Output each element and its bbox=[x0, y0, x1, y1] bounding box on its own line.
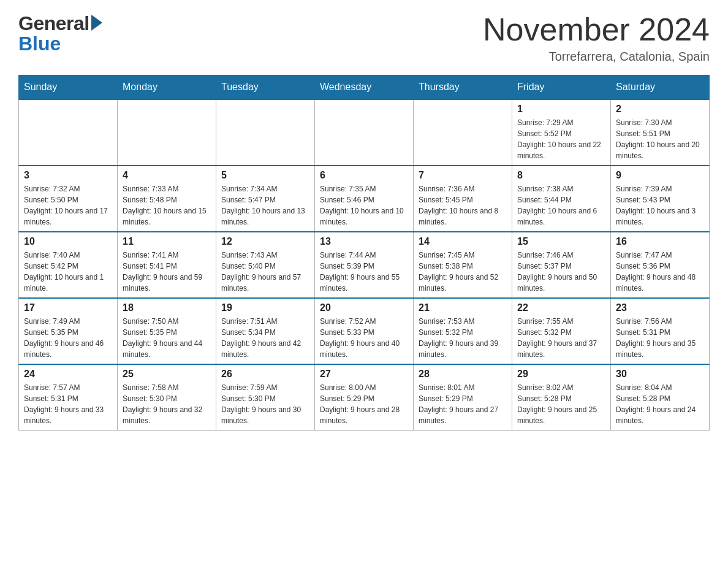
day-number: 9 bbox=[616, 170, 704, 181]
calendar-cell: 10Sunrise: 7:40 AMSunset: 5:42 PMDayligh… bbox=[19, 232, 118, 298]
day-info: Sunrise: 7:39 AMSunset: 5:43 PMDaylight:… bbox=[616, 183, 704, 228]
calendar-header-monday: Monday bbox=[118, 75, 216, 100]
calendar-cell: 6Sunrise: 7:35 AMSunset: 5:46 PMDaylight… bbox=[315, 166, 414, 232]
day-info: Sunrise: 7:58 AMSunset: 5:30 PMDaylight:… bbox=[123, 382, 211, 426]
day-number: 19 bbox=[221, 302, 309, 313]
calendar-cell: 27Sunrise: 8:00 AMSunset: 5:29 PMDayligh… bbox=[315, 364, 414, 431]
day-number: 25 bbox=[123, 369, 211, 380]
day-number: 23 bbox=[616, 302, 704, 313]
calendar-cell: 9Sunrise: 7:39 AMSunset: 5:43 PMDaylight… bbox=[611, 166, 710, 232]
calendar-cell bbox=[118, 99, 216, 166]
calendar-table: SundayMondayTuesdayWednesdayThursdayFrid… bbox=[18, 75, 710, 431]
day-number: 14 bbox=[419, 236, 507, 247]
day-number: 18 bbox=[123, 302, 211, 313]
day-info: Sunrise: 7:45 AMSunset: 5:38 PMDaylight:… bbox=[419, 250, 507, 294]
page-header: General Blue November 2024 Torrefarrera,… bbox=[18, 12, 710, 64]
calendar-cell: 4Sunrise: 7:33 AMSunset: 5:48 PMDaylight… bbox=[118, 166, 216, 232]
calendar-week-row: 1Sunrise: 7:29 AMSunset: 5:52 PMDaylight… bbox=[19, 99, 710, 166]
day-number: 21 bbox=[419, 302, 507, 313]
day-info: Sunrise: 7:30 AMSunset: 5:51 PMDaylight:… bbox=[616, 117, 704, 161]
day-number: 22 bbox=[517, 302, 605, 313]
day-info: Sunrise: 7:56 AMSunset: 5:31 PMDaylight:… bbox=[616, 316, 704, 360]
logo: General Blue bbox=[18, 12, 102, 55]
logo-blue-text: Blue bbox=[18, 33, 102, 55]
calendar-cell: 19Sunrise: 7:51 AMSunset: 5:34 PMDayligh… bbox=[216, 298, 315, 364]
calendar-cell: 17Sunrise: 7:49 AMSunset: 5:35 PMDayligh… bbox=[19, 298, 118, 364]
title-section: November 2024 Torrefarrera, Catalonia, S… bbox=[483, 12, 710, 64]
day-info: Sunrise: 7:44 AMSunset: 5:39 PMDaylight:… bbox=[320, 250, 408, 294]
calendar-cell: 18Sunrise: 7:50 AMSunset: 5:35 PMDayligh… bbox=[118, 298, 216, 364]
day-number: 1 bbox=[517, 104, 605, 115]
calendar-header-row: SundayMondayTuesdayWednesdayThursdayFrid… bbox=[19, 75, 710, 100]
calendar-cell: 7Sunrise: 7:36 AMSunset: 5:45 PMDaylight… bbox=[414, 166, 512, 232]
day-number: 12 bbox=[221, 236, 309, 247]
logo-arrow-icon bbox=[91, 15, 102, 31]
day-info: Sunrise: 7:46 AMSunset: 5:37 PMDaylight:… bbox=[517, 250, 605, 294]
calendar-cell: 24Sunrise: 7:57 AMSunset: 5:31 PMDayligh… bbox=[19, 364, 118, 431]
day-info: Sunrise: 7:47 AMSunset: 5:36 PMDaylight:… bbox=[616, 250, 704, 294]
calendar-cell: 1Sunrise: 7:29 AMSunset: 5:52 PMDaylight… bbox=[512, 99, 611, 166]
day-info: Sunrise: 7:36 AMSunset: 5:45 PMDaylight:… bbox=[419, 183, 507, 228]
day-number: 11 bbox=[123, 236, 211, 247]
calendar-cell: 3Sunrise: 7:32 AMSunset: 5:50 PMDaylight… bbox=[19, 166, 118, 232]
calendar-cell bbox=[19, 99, 118, 166]
calendar-header-wednesday: Wednesday bbox=[315, 75, 414, 100]
calendar-cell: 25Sunrise: 7:58 AMSunset: 5:30 PMDayligh… bbox=[118, 364, 216, 431]
day-number: 16 bbox=[616, 236, 704, 247]
day-info: Sunrise: 8:01 AMSunset: 5:29 PMDaylight:… bbox=[419, 382, 507, 426]
day-number: 4 bbox=[123, 170, 211, 181]
calendar-cell: 20Sunrise: 7:52 AMSunset: 5:33 PMDayligh… bbox=[315, 298, 414, 364]
calendar-cell: 16Sunrise: 7:47 AMSunset: 5:36 PMDayligh… bbox=[611, 232, 710, 298]
calendar-cell: 13Sunrise: 7:44 AMSunset: 5:39 PMDayligh… bbox=[315, 232, 414, 298]
calendar-header-sunday: Sunday bbox=[19, 75, 118, 100]
calendar-cell: 22Sunrise: 7:55 AMSunset: 5:32 PMDayligh… bbox=[512, 298, 611, 364]
day-info: Sunrise: 7:40 AMSunset: 5:42 PMDaylight:… bbox=[24, 250, 112, 294]
calendar-header-tuesday: Tuesday bbox=[216, 75, 315, 100]
day-number: 26 bbox=[221, 369, 309, 380]
day-number: 20 bbox=[320, 302, 408, 313]
calendar-cell: 28Sunrise: 8:01 AMSunset: 5:29 PMDayligh… bbox=[414, 364, 512, 431]
day-number: 2 bbox=[616, 104, 704, 115]
calendar-cell: 21Sunrise: 7:53 AMSunset: 5:32 PMDayligh… bbox=[414, 298, 512, 364]
day-info: Sunrise: 7:29 AMSunset: 5:52 PMDaylight:… bbox=[517, 117, 605, 161]
day-number: 8 bbox=[517, 170, 605, 181]
day-number: 3 bbox=[24, 170, 112, 181]
month-title: November 2024 bbox=[483, 12, 710, 47]
day-info: Sunrise: 8:02 AMSunset: 5:28 PMDaylight:… bbox=[517, 382, 605, 426]
day-number: 30 bbox=[616, 369, 704, 380]
day-info: Sunrise: 7:50 AMSunset: 5:35 PMDaylight:… bbox=[123, 316, 211, 360]
calendar-cell: 15Sunrise: 7:46 AMSunset: 5:37 PMDayligh… bbox=[512, 232, 611, 298]
day-info: Sunrise: 7:34 AMSunset: 5:47 PMDaylight:… bbox=[221, 183, 309, 228]
calendar-header-thursday: Thursday bbox=[414, 75, 512, 100]
calendar-cell: 23Sunrise: 7:56 AMSunset: 5:31 PMDayligh… bbox=[611, 298, 710, 364]
day-info: Sunrise: 7:53 AMSunset: 5:32 PMDaylight:… bbox=[419, 316, 507, 360]
calendar-cell bbox=[315, 99, 414, 166]
day-number: 7 bbox=[419, 170, 507, 181]
day-number: 24 bbox=[24, 369, 112, 380]
day-number: 27 bbox=[320, 369, 408, 380]
day-number: 6 bbox=[320, 170, 408, 181]
calendar-cell: 12Sunrise: 7:43 AMSunset: 5:40 PMDayligh… bbox=[216, 232, 315, 298]
day-info: Sunrise: 7:49 AMSunset: 5:35 PMDaylight:… bbox=[24, 316, 112, 360]
calendar-header-saturday: Saturday bbox=[611, 75, 710, 100]
calendar-week-row: 17Sunrise: 7:49 AMSunset: 5:35 PMDayligh… bbox=[19, 298, 710, 364]
calendar-cell bbox=[414, 99, 512, 166]
calendar-cell: 14Sunrise: 7:45 AMSunset: 5:38 PMDayligh… bbox=[414, 232, 512, 298]
day-info: Sunrise: 7:35 AMSunset: 5:46 PMDaylight:… bbox=[320, 183, 408, 228]
calendar-cell: 26Sunrise: 7:59 AMSunset: 5:30 PMDayligh… bbox=[216, 364, 315, 431]
calendar-cell: 2Sunrise: 7:30 AMSunset: 5:51 PMDaylight… bbox=[611, 99, 710, 166]
day-info: Sunrise: 7:33 AMSunset: 5:48 PMDaylight:… bbox=[123, 183, 211, 228]
calendar-cell: 30Sunrise: 8:04 AMSunset: 5:28 PMDayligh… bbox=[611, 364, 710, 431]
day-number: 10 bbox=[24, 236, 112, 247]
day-info: Sunrise: 7:32 AMSunset: 5:50 PMDaylight:… bbox=[24, 183, 112, 228]
day-info: Sunrise: 7:41 AMSunset: 5:41 PMDaylight:… bbox=[123, 250, 211, 294]
logo-general-text: General bbox=[18, 12, 89, 35]
calendar-cell: 8Sunrise: 7:38 AMSunset: 5:44 PMDaylight… bbox=[512, 166, 611, 232]
day-info: Sunrise: 7:51 AMSunset: 5:34 PMDaylight:… bbox=[221, 316, 309, 360]
day-info: Sunrise: 7:43 AMSunset: 5:40 PMDaylight:… bbox=[221, 250, 309, 294]
day-info: Sunrise: 8:00 AMSunset: 5:29 PMDaylight:… bbox=[320, 382, 408, 426]
location-text: Torrefarrera, Catalonia, Spain bbox=[483, 50, 710, 64]
day-info: Sunrise: 7:52 AMSunset: 5:33 PMDaylight:… bbox=[320, 316, 408, 360]
day-info: Sunrise: 7:59 AMSunset: 5:30 PMDaylight:… bbox=[221, 382, 309, 426]
day-info: Sunrise: 7:38 AMSunset: 5:44 PMDaylight:… bbox=[517, 183, 605, 228]
